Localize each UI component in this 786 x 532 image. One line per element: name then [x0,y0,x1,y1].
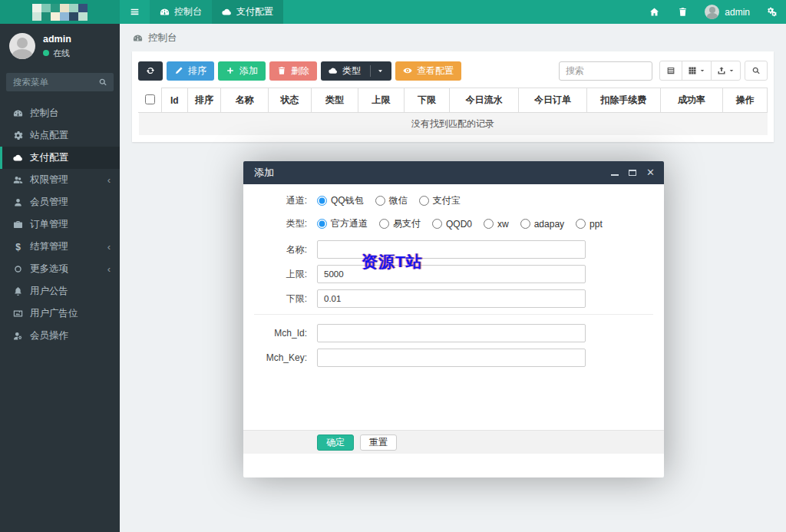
user-menu[interactable]: admin [697,5,758,19]
breadcrumb: 控制台 [120,24,786,51]
select-all-checkbox[interactable] [145,94,155,104]
radio-input[interactable] [520,219,530,229]
upper-limit-input[interactable] [317,265,586,283]
radio-input[interactable] [317,196,327,206]
close-icon[interactable]: ✕ [646,169,655,177]
delete-button[interactable]: 删除 [269,61,317,81]
nav-tab-label: 控制台 [174,5,202,18]
type-dropdown-button[interactable]: 类型 [321,61,391,81]
name-input[interactable] [317,240,586,259]
sidebar-item-user-announcement[interactable]: 用户公告 [0,280,120,302]
plus-icon [226,66,235,75]
radio-option-xw[interactable]: xw [484,219,509,230]
cloud-icon [13,153,23,163]
divider [370,65,371,77]
radio-label: 易支付 [393,217,421,230]
radio-input[interactable] [432,219,442,229]
records-table: Id 排序 名称 状态 类型 上限 下限 今日流水 今日订单 扣除手续费 成功率… [138,88,768,135]
radio-option-alipay[interactable]: 支付宝 [419,194,461,207]
maximize-icon[interactable] [629,170,636,176]
card-list-icon [666,66,675,75]
search-toggle-button[interactable] [745,61,768,81]
divider [254,314,653,315]
eye-icon [403,66,412,75]
radio-option-qq-wallet[interactable]: QQ钱包 [317,194,364,207]
nav-tab-dashboard[interactable]: 控制台 [150,0,212,24]
minimize-icon[interactable] [611,170,619,176]
sidebar-item-members[interactable]: 会员管理 [0,191,120,213]
clear-cache-button[interactable] [669,0,697,24]
refresh-button[interactable] [138,61,163,81]
col-header-name: 名称 [221,88,269,113]
sidebar-item-dashboard[interactable]: 控制台 [0,102,120,124]
type-radio-group: 官方通道 易支付 QQD0 xw adapay ppt [317,217,603,230]
confirm-button[interactable]: 确定 [317,435,354,451]
radio-input[interactable] [379,219,389,229]
upper-limit-label: 上限: [243,268,317,281]
caret-down-icon [699,68,705,74]
app-logo[interactable] [0,0,120,24]
trash-icon [277,66,286,75]
top-navbar: 控制台 支付配置 admin [0,0,786,24]
table-view-controls [659,61,768,81]
home-icon [649,7,659,17]
online-dot-icon [43,50,49,56]
settings-button[interactable] [758,0,786,24]
add-button-label: 添加 [239,64,258,78]
sidebar-item-more-options[interactable]: 更多选项‹ [0,258,120,280]
mch-key-label: Mch_Key: [243,352,317,363]
radio-input[interactable] [484,219,494,229]
trash-icon [678,7,688,17]
add-button[interactable]: 添加 [218,61,266,81]
sort-button[interactable]: 排序 [167,61,214,81]
columns-dropdown-button[interactable] [682,61,712,81]
sidebar-item-permissions[interactable]: 权限管理‹ [0,169,120,191]
delete-button-label: 删除 [291,64,309,78]
sidebar-item-user-ads[interactable]: 用户广告位 [0,302,120,325]
pagination-toggle-button[interactable] [659,61,682,81]
radio-label: 官方通道 [331,217,368,230]
mch-key-input[interactable] [317,349,586,367]
radio-option-official[interactable]: 官方通道 [317,217,368,230]
mch-id-input[interactable] [317,324,586,342]
sidebar-item-payment-config[interactable]: 支付配置 [0,147,120,169]
col-header-id: Id [161,88,187,113]
reset-button[interactable]: 重置 [360,435,397,451]
sidebar-item-member-actions[interactable]: 会员操作 [0,325,120,347]
sidebar-item-site-config[interactable]: 站点配置 [0,124,120,147]
view-config-button[interactable]: 查看配置 [395,61,461,81]
dashboard-icon [133,33,143,43]
radio-input[interactable] [375,196,385,206]
home-button[interactable] [640,0,669,24]
table-search-input[interactable] [559,61,652,81]
nav-tab-payment-config[interactable]: 支付配置 [212,0,283,24]
export-dropdown-button[interactable] [711,61,741,81]
radio-input[interactable] [419,196,429,206]
sidebar-item-label: 控制台 [30,107,59,120]
radio-option-wechat[interactable]: 微信 [375,194,408,207]
caret-down-icon [377,68,384,74]
sidebar-toggle-button[interactable] [120,0,150,24]
radio-input[interactable] [317,219,327,229]
sidebar-menu: 控制台 站点配置 支付配置 权限管理‹ 会员管理 订单管理 $结算管理‹ 更多选… [0,102,120,347]
lower-limit-input[interactable] [317,289,586,308]
radio-option-ppt[interactable]: ppt [576,219,603,230]
circle-icon [13,264,23,274]
channel-radio-group: QQ钱包 微信 支付宝 [317,194,461,207]
dialog-body: 通道: QQ钱包 微信 支付宝 类型: 官方通道 易支付 QQD0 xw ada… [243,184,664,454]
dollar-icon: $ [13,242,23,253]
avatar [705,5,719,19]
dialog-titlebar[interactable]: 添加 ✕ [243,161,664,184]
radio-option-qqd0[interactable]: QQD0 [432,219,472,230]
view-config-button-label: 查看配置 [417,64,454,78]
radio-label: adapay [534,219,564,230]
avatar [9,33,35,59]
sidebar-item-settlement[interactable]: $结算管理‹ [0,236,120,258]
menu-search-input[interactable] [6,73,114,91]
radio-option-yipay[interactable]: 易支付 [379,217,421,230]
radio-input[interactable] [576,219,586,229]
cloud-icon [222,7,232,17]
radio-option-adapay[interactable]: adapay [520,219,564,230]
dialog-footer: 确定 重置 [243,430,664,454]
sidebar-item-orders[interactable]: 订单管理 [0,213,120,236]
